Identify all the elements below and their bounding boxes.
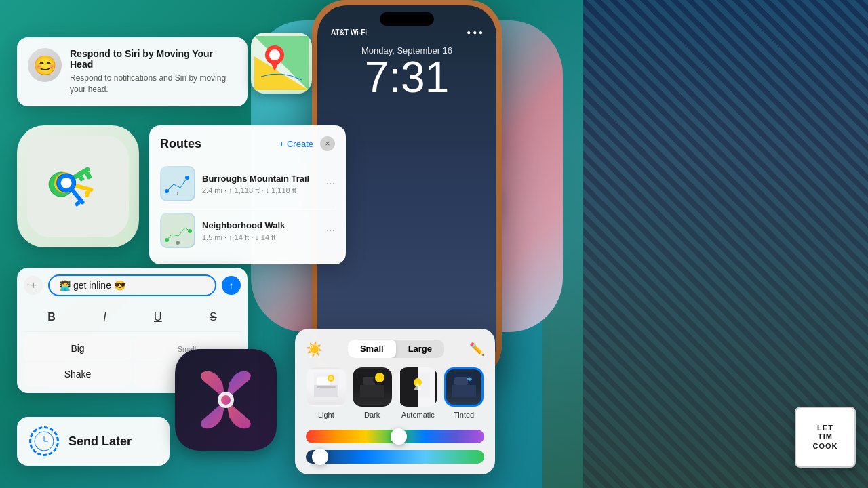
mode-thumb-light [307,367,346,407]
text-format-bar: B I U S [24,303,241,332]
svg-rect-40 [360,385,384,397]
dark-mode-label: Dark [364,411,380,419]
svg-point-26 [188,229,192,233]
siri-text-content: Respond to Siri by Moving Your Head Resp… [70,48,237,96]
routes-close-button[interactable]: × [320,136,335,151]
maps-icon-svg [254,36,309,90]
route-more-1[interactable]: ··· [326,178,335,190]
svg-rect-20 [161,167,194,200]
route-thumb-1 [160,166,195,201]
mode-item-dark[interactable]: Dark [352,367,393,419]
siri-icon: 😊 [28,48,62,82]
dark-mode-icon [360,373,384,401]
iphone-time-display: Monday, September 16 7:31 [317,39,496,106]
iphone-signal-icons: ● ● ● [467,28,483,36]
iphone-clock: 7:31 [324,56,490,99]
svg-point-38 [329,376,333,380]
keys-app-icon[interactable] [17,125,139,247]
siri-title: Respond to Siri by Moving Your Head [70,48,237,70]
text-input-field[interactable]: 🧑‍💻 get inline 😎 [48,274,216,296]
iphone-date: Monday, September 16 [324,45,490,56]
perplexity-app-icon[interactable] [175,349,277,451]
route-item-2[interactable]: Neighborhood Walk 1.5 mi · ↑ 14 ft · ↓ 1… [160,207,335,253]
auto-mode-label: Automatic [401,411,435,419]
let-tim-cook-badge: LET TIM COOK [795,407,856,468]
svg-point-22 [185,176,189,180]
perplexity-logo-svg [192,366,260,434]
text-send-button[interactable]: ↑ [222,276,241,295]
svg-rect-36 [317,386,336,388]
mode-item-light[interactable]: Light [306,367,347,419]
routes-title: Routes [160,137,201,151]
svg-rect-50 [454,377,468,385]
keys-icon-svg [27,136,129,237]
hue-slider-thumb[interactable] [391,428,407,445]
format-underline-button[interactable]: U [149,308,167,326]
send-later-icon [29,426,59,456]
route-name-1: Burroughs Mountain Trail [202,174,319,184]
routes-create-button[interactable]: + Create [279,139,313,149]
svg-point-25 [165,238,169,242]
routes-actions: + Create × [279,136,335,151]
text-input-row: + 🧑‍💻 get inline 😎 ↑ [24,274,241,296]
send-later-label: Send Later [68,434,132,449]
saturation-slider-thumb[interactable] [312,449,328,465]
clock-icon [32,429,56,453]
size-toggle[interactable]: Small Large [348,340,444,358]
route-map-2 [161,214,194,247]
color-sliders [306,430,484,464]
text-option-shake[interactable]: Shake [24,362,132,386]
route-stats-2: 1.5 mi · ↑ 14 ft · ↓ 14 ft [202,233,319,241]
auto-mode-icon [406,373,430,401]
mode-thumb-auto [398,367,437,407]
route-info-2: Neighborhood Walk 1.5 mi · ↑ 14 ft · ↓ 1… [202,220,319,241]
maps-app-icon[interactable] [251,33,312,94]
format-strike-button[interactable]: S [204,308,222,326]
tinted-mode-icon [452,373,476,401]
size-small-option[interactable]: Small [348,340,396,358]
send-later-card[interactable]: Send Later [17,417,170,466]
route-stats-1: 2.4 mi · ↑ 1,118 ft · ↓ 1,118 ft [202,186,319,195]
svg-point-4 [269,49,280,60]
format-bold-button[interactable]: B [42,308,61,326]
iphone-carrier: AT&T Wi-Fi [331,28,367,36]
route-name-2: Neighborhood Walk [202,220,319,230]
light-mode-label: Light [318,411,334,419]
routes-card: Routes + Create × Burroughs Mountain Tra… [149,125,346,264]
color-picker-icon[interactable]: ✏️ [469,342,484,357]
hue-slider[interactable] [306,430,484,443]
saturation-slider[interactable] [306,450,484,464]
route-map-1 [161,167,194,200]
text-add-button[interactable]: + [24,276,43,295]
iphone-status-bar: AT&T Wi-Fi ● ● ● [317,26,496,39]
appearance-modes: Light Dark [306,367,484,419]
siri-description: Respond to notifications and Siri by mov… [70,73,237,96]
iphone-notch [380,12,434,26]
tinted-mode-label: Tinted [454,411,474,419]
format-italic-button[interactable]: I [98,308,111,326]
route-more-2[interactable]: ··· [326,224,335,237]
siri-card: 😊 Respond to Siri by Moving Your Head Re… [17,37,248,106]
mode-item-automatic[interactable]: Automatic [398,367,439,419]
sun-icon: ☀️ [306,341,323,357]
svg-point-29 [221,395,231,405]
svg-point-21 [165,189,169,193]
route-thumb-2 [160,213,195,248]
mode-item-tinted[interactable]: Tinted [443,367,484,419]
size-large-option[interactable]: Large [396,340,444,358]
route-item-1[interactable]: Burroughs Mountain Trail 2.4 mi · ↑ 1,11… [160,161,335,207]
mode-thumb-tinted [444,367,484,407]
route-info-1: Burroughs Mountain Trail 2.4 mi · ↑ 1,11… [202,174,319,195]
light-mode-icon [314,373,338,401]
svg-point-27 [176,241,180,245]
svg-rect-49 [452,385,476,397]
mode-thumb-dark [353,367,392,407]
text-option-big[interactable]: Big [24,336,132,361]
appearance-panel: ☀️ Small Large ✏️ L [295,329,495,474]
svg-point-43 [375,373,384,382]
let-tim-cook-text: LET TIM COOK [813,424,838,451]
routes-header: Routes + Create × [160,136,335,151]
appearance-top-bar: ☀️ Small Large ✏️ [306,340,484,358]
